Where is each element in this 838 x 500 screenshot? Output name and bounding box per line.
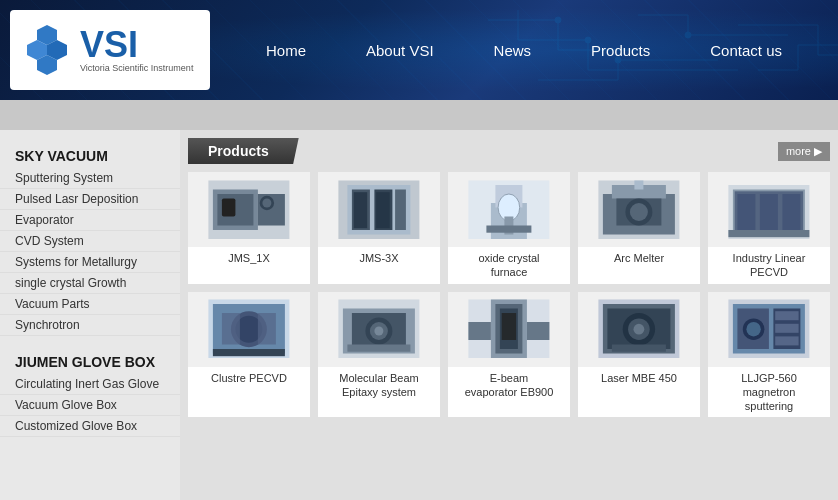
sidebar-item-vacuum-parts[interactable]: Vacuum Parts [0, 294, 180, 315]
svg-point-75 [746, 322, 760, 336]
product-laser-mbe[interactable]: Laser MBE 450 [578, 292, 700, 418]
svg-rect-76 [775, 312, 798, 321]
navigation: Home About VSI News Products Contact us [210, 34, 838, 67]
product-img-ebeam [448, 292, 570, 367]
svg-rect-62 [502, 313, 516, 340]
svg-point-33 [630, 203, 648, 221]
product-jms1x[interactable]: JMS_1X [188, 172, 310, 284]
product-grid: JMS_1X JMS-3X [188, 172, 830, 417]
nav-about[interactable]: About VSI [336, 34, 464, 67]
nav-news[interactable]: News [464, 34, 562, 67]
svg-rect-60 [468, 322, 491, 340]
product-img-mbe [318, 292, 440, 367]
svg-rect-55 [347, 345, 410, 352]
product-arc-melter[interactable]: Arc Melter [578, 172, 700, 284]
svg-rect-78 [775, 337, 798, 346]
svg-rect-27 [486, 225, 531, 232]
products-header: Products more ▶ [188, 138, 830, 164]
svg-rect-61 [527, 322, 550, 340]
sidebar-item-evaporator[interactable]: Evaporator [0, 210, 180, 231]
logo-text: VSI Victoria Scientific Instrument [80, 27, 193, 73]
svg-rect-21 [376, 192, 390, 228]
sidebar-item-sputtering[interactable]: Sputtering System [0, 168, 180, 189]
product-img-laser-mbe [578, 292, 700, 367]
sidebar-item-vacuum-glove[interactable]: Vacuum Glove Box [0, 395, 180, 416]
svg-rect-46 [222, 313, 240, 345]
svg-point-54 [374, 327, 383, 336]
logo[interactable]: VSI Victoria Scientific Instrument [10, 10, 210, 90]
products-title: Products [188, 138, 299, 164]
product-label-mbe: Molecular BeamEpitaxy system [337, 367, 420, 404]
svg-rect-41 [728, 230, 809, 237]
svg-rect-48 [213, 349, 285, 356]
product-label-jms3x: JMS-3X [357, 247, 400, 269]
sidebar-item-circulating[interactable]: Circulating Inert Gas Glove [0, 374, 180, 395]
sidebar-section-sky-vacuum: SKY VACUUM [0, 140, 180, 168]
product-clustre-pecvd[interactable]: Clustre PECVD [188, 292, 310, 418]
product-img-clustre [188, 292, 310, 367]
product-magnetron[interactable]: LLJGP-560magnetronsputtering [708, 292, 830, 418]
product-jms3x[interactable]: JMS-3X [318, 172, 440, 284]
sidebar-item-customized-glove[interactable]: Customized Glove Box [0, 416, 180, 437]
svg-rect-12 [222, 198, 236, 216]
svg-rect-19 [395, 189, 406, 230]
svg-rect-34 [634, 180, 643, 189]
product-label-lpecvd: Industry LinearPECVD [731, 247, 808, 284]
nav-contact[interactable]: Contact us [680, 34, 812, 67]
svg-rect-39 [760, 194, 778, 230]
nav-home[interactable]: Home [236, 34, 336, 67]
sidebar-item-metallurgy[interactable]: Systems for Metallurgy [0, 252, 180, 273]
logo-icon [22, 25, 72, 75]
product-label-arc: Arc Melter [612, 247, 666, 269]
product-mbe[interactable]: Molecular BeamEpitaxy system [318, 292, 440, 418]
sidebar-item-crystal-growth[interactable]: single crystal Growth [0, 273, 180, 294]
product-oxide-crystal[interactable]: oxide crystalfurnace [448, 172, 570, 284]
sidebar-section-jiumen: JIUMEN GLOVE BOX [0, 346, 180, 374]
logo-vsi-text: VSI [80, 27, 193, 63]
more-button[interactable]: more ▶ [778, 142, 830, 161]
sidebar-item-cvd[interactable]: CVD System [0, 231, 180, 252]
svg-point-68 [634, 324, 645, 335]
product-img-oxide [448, 172, 570, 247]
product-img-jms1x [188, 172, 310, 247]
sidebar-item-synchrotron[interactable]: Synchrotron [0, 315, 180, 336]
product-label-ebeam: E-beamevaporator EB900 [463, 367, 556, 404]
svg-rect-20 [354, 192, 368, 228]
product-img-lpecvd [708, 172, 830, 247]
product-img-magnetron [708, 292, 830, 367]
product-label-laser-mbe: Laser MBE 450 [599, 367, 679, 389]
nav-products[interactable]: Products [561, 34, 680, 67]
svg-point-0 [555, 17, 561, 23]
svg-rect-38 [737, 194, 755, 230]
sidebar-item-pulsed[interactable]: Pulsed Lasr Deposition [0, 189, 180, 210]
main-content: SKY VACUUM Sputtering System Pulsed Lasr… [0, 130, 838, 500]
product-label-magnetron: LLJGP-560magnetronsputtering [739, 367, 799, 418]
header: VSI Victoria Scientific Instrument Home … [0, 0, 838, 100]
svg-rect-69 [612, 345, 666, 352]
product-ebeam[interactable]: E-beamevaporator EB900 [448, 292, 570, 418]
product-label-clustre: Clustre PECVD [209, 367, 289, 389]
svg-rect-77 [775, 324, 798, 333]
product-img-arc [578, 172, 700, 247]
logo-subtitle-text: Victoria Scientific Instrument [80, 63, 193, 73]
product-linear-pecvd[interactable]: Industry LinearPECVD [708, 172, 830, 284]
product-img-jms3x [318, 172, 440, 247]
sidebar: SKY VACUUM Sputtering System Pulsed Lasr… [0, 130, 180, 500]
products-content: Products more ▶ JMS_1X [180, 130, 838, 500]
svg-rect-40 [782, 194, 800, 230]
svg-point-14 [262, 198, 271, 207]
product-label-oxide: oxide crystalfurnace [476, 247, 541, 284]
svg-rect-47 [258, 313, 276, 345]
sub-header [0, 100, 838, 130]
product-label-jms1x: JMS_1X [226, 247, 272, 269]
